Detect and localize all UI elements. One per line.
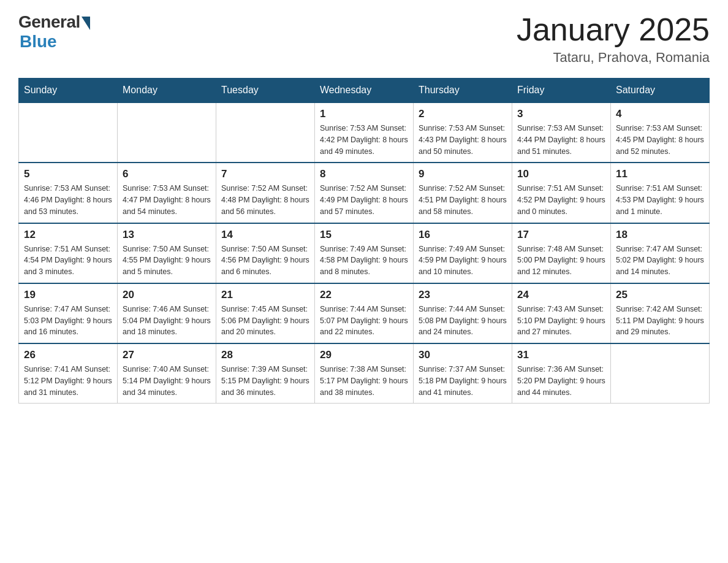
day-number: 4 [616, 108, 704, 120]
calendar-cell: 5Sunrise: 7:53 AM Sunset: 4:46 PM Daylig… [19, 163, 118, 223]
day-number: 15 [320, 229, 408, 241]
calendar-cell: 27Sunrise: 7:40 AM Sunset: 5:14 PM Dayli… [118, 343, 216, 404]
day-info: Sunrise: 7:53 AM Sunset: 4:43 PM Dayligh… [419, 123, 507, 157]
calendar-week-row-3: 12Sunrise: 7:51 AM Sunset: 4:54 PM Dayli… [19, 223, 710, 283]
calendar-cell: 1Sunrise: 7:53 AM Sunset: 4:42 PM Daylig… [315, 102, 414, 163]
day-number: 26 [24, 349, 112, 361]
day-info: Sunrise: 7:51 AM Sunset: 4:53 PM Dayligh… [616, 183, 704, 217]
day-info: Sunrise: 7:50 AM Sunset: 4:56 PM Dayligh… [221, 243, 309, 278]
calendar-cell: 18Sunrise: 7:47 AM Sunset: 5:02 PM Dayli… [611, 223, 710, 283]
calendar-cell: 7Sunrise: 7:52 AM Sunset: 4:48 PM Daylig… [216, 163, 315, 223]
day-number: 10 [517, 168, 605, 180]
location-subtitle: Tataru, Prahova, Romania [517, 50, 710, 66]
calendar-header-thursday: Thursday [414, 79, 512, 103]
day-number: 22 [320, 289, 408, 301]
calendar-cell: 24Sunrise: 7:43 AM Sunset: 5:10 PM Dayli… [512, 283, 611, 343]
calendar-cell: 15Sunrise: 7:49 AM Sunset: 4:58 PM Dayli… [315, 223, 414, 283]
calendar-week-row-5: 26Sunrise: 7:41 AM Sunset: 5:12 PM Dayli… [19, 343, 710, 404]
logo-general-text: General [18, 12, 80, 32]
calendar-cell [216, 102, 315, 163]
day-number: 12 [24, 229, 112, 241]
day-number: 24 [517, 289, 605, 301]
calendar-cell: 30Sunrise: 7:37 AM Sunset: 5:18 PM Dayli… [414, 343, 512, 404]
day-info: Sunrise: 7:38 AM Sunset: 5:17 PM Dayligh… [320, 364, 408, 398]
day-number: 14 [221, 229, 309, 241]
day-info: Sunrise: 7:53 AM Sunset: 4:42 PM Dayligh… [320, 123, 408, 157]
calendar-cell: 26Sunrise: 7:41 AM Sunset: 5:12 PM Dayli… [19, 343, 118, 404]
calendar-cell: 9Sunrise: 7:52 AM Sunset: 4:51 PM Daylig… [414, 163, 512, 223]
day-info: Sunrise: 7:42 AM Sunset: 5:11 PM Dayligh… [616, 304, 704, 338]
calendar-header-saturday: Saturday [611, 79, 710, 103]
calendar-header-tuesday: Tuesday [216, 79, 315, 103]
day-info: Sunrise: 7:46 AM Sunset: 5:04 PM Dayligh… [123, 304, 211, 338]
calendar-cell: 22Sunrise: 7:44 AM Sunset: 5:07 PM Dayli… [315, 283, 414, 343]
calendar-cell: 21Sunrise: 7:45 AM Sunset: 5:06 PM Dayli… [216, 283, 315, 343]
day-info: Sunrise: 7:47 AM Sunset: 5:03 PM Dayligh… [24, 304, 112, 338]
day-info: Sunrise: 7:49 AM Sunset: 4:59 PM Dayligh… [419, 243, 507, 278]
day-info: Sunrise: 7:52 AM Sunset: 4:51 PM Dayligh… [419, 183, 507, 217]
logo-blue-text: Blue [20, 32, 57, 52]
day-info: Sunrise: 7:53 AM Sunset: 4:47 PM Dayligh… [123, 183, 211, 217]
day-number: 23 [419, 289, 507, 301]
day-number: 6 [123, 168, 211, 180]
day-number: 16 [419, 229, 507, 241]
calendar-header-sunday: Sunday [19, 79, 118, 103]
title-section: January 2025 Tataru, Prahova, Romania [517, 12, 710, 66]
calendar-header-row: SundayMondayTuesdayWednesdayThursdayFrid… [19, 79, 710, 103]
day-info: Sunrise: 7:37 AM Sunset: 5:18 PM Dayligh… [419, 364, 507, 398]
calendar-cell: 4Sunrise: 7:53 AM Sunset: 4:45 PM Daylig… [611, 102, 710, 163]
day-info: Sunrise: 7:53 AM Sunset: 4:45 PM Dayligh… [616, 123, 704, 157]
calendar-cell [611, 343, 710, 404]
day-number: 17 [517, 229, 605, 241]
day-number: 8 [320, 168, 408, 180]
calendar-header-monday: Monday [118, 79, 216, 103]
day-number: 2 [419, 108, 507, 120]
day-info: Sunrise: 7:51 AM Sunset: 4:52 PM Dayligh… [517, 183, 605, 217]
calendar-week-row-1: 1Sunrise: 7:53 AM Sunset: 4:42 PM Daylig… [19, 102, 710, 163]
calendar-header-friday: Friday [512, 79, 611, 103]
day-info: Sunrise: 7:44 AM Sunset: 5:08 PM Dayligh… [419, 304, 507, 338]
calendar-table: SundayMondayTuesdayWednesdayThursdayFrid… [18, 78, 710, 404]
calendar-cell: 12Sunrise: 7:51 AM Sunset: 4:54 PM Dayli… [19, 223, 118, 283]
day-info: Sunrise: 7:51 AM Sunset: 4:54 PM Dayligh… [24, 243, 112, 278]
calendar-cell: 6Sunrise: 7:53 AM Sunset: 4:47 PM Daylig… [118, 163, 216, 223]
calendar-cell: 13Sunrise: 7:50 AM Sunset: 4:55 PM Dayli… [118, 223, 216, 283]
day-number: 13 [123, 229, 211, 241]
day-number: 3 [517, 108, 605, 120]
day-number: 11 [616, 168, 704, 180]
calendar-cell: 8Sunrise: 7:52 AM Sunset: 4:49 PM Daylig… [315, 163, 414, 223]
day-number: 19 [24, 289, 112, 301]
calendar-cell: 19Sunrise: 7:47 AM Sunset: 5:03 PM Dayli… [19, 283, 118, 343]
day-info: Sunrise: 7:49 AM Sunset: 4:58 PM Dayligh… [320, 243, 408, 278]
day-info: Sunrise: 7:53 AM Sunset: 4:44 PM Dayligh… [517, 123, 605, 157]
day-number: 25 [616, 289, 704, 301]
day-number: 27 [123, 349, 211, 361]
day-info: Sunrise: 7:52 AM Sunset: 4:49 PM Dayligh… [320, 183, 408, 217]
calendar-cell: 16Sunrise: 7:49 AM Sunset: 4:59 PM Dayli… [414, 223, 512, 283]
calendar-header-wednesday: Wednesday [315, 79, 414, 103]
day-number: 31 [517, 349, 605, 361]
calendar-week-row-4: 19Sunrise: 7:47 AM Sunset: 5:03 PM Dayli… [19, 283, 710, 343]
day-number: 7 [221, 168, 309, 180]
calendar-cell: 31Sunrise: 7:36 AM Sunset: 5:20 PM Dayli… [512, 343, 611, 404]
calendar-cell: 3Sunrise: 7:53 AM Sunset: 4:44 PM Daylig… [512, 102, 611, 163]
page-header: General Blue January 2025 Tataru, Prahov… [18, 12, 710, 66]
calendar-cell: 20Sunrise: 7:46 AM Sunset: 5:04 PM Dayli… [118, 283, 216, 343]
day-number: 20 [123, 289, 211, 301]
calendar-cell: 10Sunrise: 7:51 AM Sunset: 4:52 PM Dayli… [512, 163, 611, 223]
day-number: 1 [320, 108, 408, 120]
day-info: Sunrise: 7:50 AM Sunset: 4:55 PM Dayligh… [123, 243, 211, 278]
calendar-cell: 11Sunrise: 7:51 AM Sunset: 4:53 PM Dayli… [611, 163, 710, 223]
day-info: Sunrise: 7:41 AM Sunset: 5:12 PM Dayligh… [24, 364, 112, 398]
logo-triangle-icon [82, 17, 90, 30]
day-info: Sunrise: 7:40 AM Sunset: 5:14 PM Dayligh… [123, 364, 211, 398]
day-info: Sunrise: 7:44 AM Sunset: 5:07 PM Dayligh… [320, 304, 408, 338]
calendar-cell [19, 102, 118, 163]
calendar-cell: 14Sunrise: 7:50 AM Sunset: 4:56 PM Dayli… [216, 223, 315, 283]
calendar-cell: 25Sunrise: 7:42 AM Sunset: 5:11 PM Dayli… [611, 283, 710, 343]
day-number: 30 [419, 349, 507, 361]
day-info: Sunrise: 7:48 AM Sunset: 5:00 PM Dayligh… [517, 243, 605, 278]
calendar-cell: 29Sunrise: 7:38 AM Sunset: 5:17 PM Dayli… [315, 343, 414, 404]
day-number: 28 [221, 349, 309, 361]
day-number: 5 [24, 168, 112, 180]
